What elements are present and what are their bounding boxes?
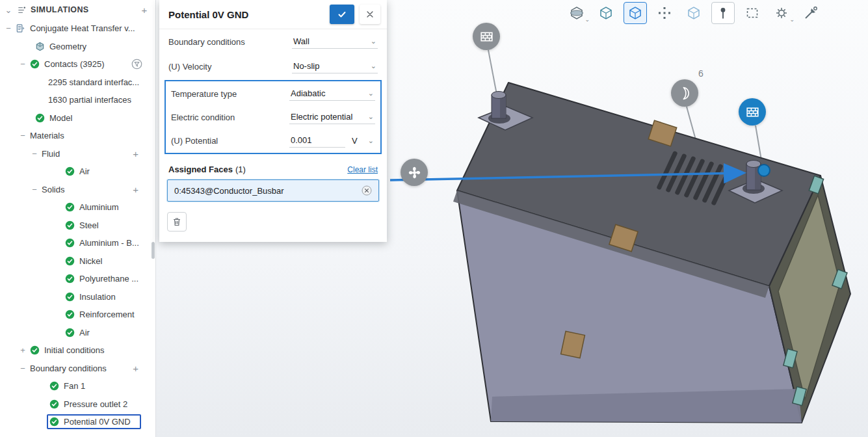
check-circle-icon bbox=[49, 399, 59, 409]
check-circle-icon bbox=[30, 345, 40, 355]
expander-minus-icon[interactable]: − bbox=[4, 24, 13, 33]
add-child-button[interactable]: + bbox=[133, 148, 138, 159]
tree-item-initial-conditions[interactable]: +Initial conditions bbox=[0, 341, 155, 360]
tree-item-air[interactable]: Air bbox=[0, 163, 155, 181]
tree-item-steel[interactable]: Steel bbox=[0, 217, 155, 235]
tree-item-polyurethane[interactable]: Polyurethane ... bbox=[0, 270, 155, 288]
chevron-down-icon: ⌄ bbox=[371, 62, 376, 70]
simulation-tree-panel: ⌄ SIMULATIONS + −Conjugate Heat Transfer… bbox=[0, 0, 156, 437]
setting-label: Boundary conditions bbox=[168, 37, 287, 47]
tree-item-contacts-3925[interactable]: −Contacts (3925) bbox=[0, 55, 155, 73]
tree-item-box: Polyurethane ... bbox=[62, 271, 144, 286]
add-simulation-button[interactable]: + bbox=[140, 5, 149, 15]
tree-item-aluminium-b[interactable]: Aluminium - B... bbox=[0, 234, 155, 252]
setting-row-temperature-type: Temperature typeAdiabatic⌄ bbox=[166, 82, 380, 105]
potential-value-input[interactable] bbox=[291, 135, 344, 145]
tree-item-nickel[interactable]: Nickel bbox=[0, 252, 155, 271]
panel-actions bbox=[159, 203, 387, 233]
check-circle-icon bbox=[35, 113, 45, 123]
tree-item-1630-partial-interfaces[interactable]: 1630 partial interfaces bbox=[0, 91, 155, 109]
selected-boundary-annotation[interactable] bbox=[739, 98, 766, 126]
check-circle-icon bbox=[65, 310, 75, 319]
wall-boundary-annotation[interactable] bbox=[473, 23, 500, 50]
tree-item-label: Initial conditions bbox=[44, 345, 105, 355]
dropdown-electric-condition[interactable]: Electric potential⌄ bbox=[289, 110, 375, 124]
remove-face-button[interactable] bbox=[362, 185, 372, 196]
expander-plus-icon[interactable]: + bbox=[18, 346, 27, 354]
chevron-down-icon[interactable]: ⌄ bbox=[4, 6, 13, 14]
tree-item-label: Fluid bbox=[42, 149, 60, 159]
setting-row-electric-condition: Electric conditionElectric potential⌄ bbox=[166, 105, 380, 129]
tree-header-label: SIMULATIONS bbox=[31, 5, 136, 14]
assigned-faces-header: Assigned Faces (1) Clear list bbox=[159, 158, 387, 178]
expander-minus-icon[interactable]: − bbox=[18, 364, 27, 373]
tree-item-box: Geometry bbox=[33, 39, 92, 54]
delete-assignment-button[interactable] bbox=[167, 212, 187, 232]
tree-item-model[interactable]: Model bbox=[0, 109, 155, 127]
tree-item-2295-standard-interfac[interactable]: 2295 standard interfac... bbox=[0, 73, 155, 92]
box-select-icon[interactable] bbox=[741, 2, 764, 24]
check-circle-icon bbox=[65, 256, 75, 266]
tree-item-boundary-conditions[interactable]: −Boundary conditions+ bbox=[0, 360, 155, 378]
add-child-button[interactable]: + bbox=[133, 184, 138, 195]
tree-item-reinforcement[interactable]: Reinforcement bbox=[0, 306, 155, 324]
tree-item-air[interactable]: Air bbox=[0, 324, 155, 342]
tree-item-label: Insulation bbox=[79, 292, 116, 302]
tree-item-aluminium[interactable]: Aluminium bbox=[0, 198, 155, 217]
measure-tool-icon[interactable] bbox=[799, 2, 822, 24]
setting-row-boundary-conditions: Boundary conditionsWall⌄ bbox=[159, 29, 387, 54]
clear-list-link[interactable]: Clear list bbox=[347, 165, 378, 174]
dropdown-u-velocity[interactable]: No-slip⌄ bbox=[292, 59, 378, 73]
expander-minus-icon[interactable]: − bbox=[18, 131, 27, 140]
dropdown-value: Electric potential bbox=[291, 112, 352, 122]
tree-item-conjugate-heat-transfer-v[interactable]: −Conjugate Heat Transfer v... bbox=[0, 20, 155, 38]
check-circle-icon bbox=[49, 417, 59, 427]
iso-view-cube-icon[interactable] bbox=[624, 2, 647, 24]
dropdown-temperature-type[interactable]: Adiabatic⌄ bbox=[289, 86, 375, 101]
tree-item-label: Boundary conditions bbox=[30, 364, 107, 373]
tree-item-label: Pressure outlet 2 bbox=[64, 399, 127, 409]
filter-icon[interactable] bbox=[131, 59, 142, 70]
tree-item-potential-0v-gnd[interactable]: Potential 0V GND bbox=[0, 413, 155, 431]
expander-minus-icon[interactable]: − bbox=[30, 150, 39, 158]
apply-button[interactable] bbox=[330, 5, 354, 24]
add-child-button[interactable]: + bbox=[133, 363, 138, 374]
tree-item-label: Aluminium bbox=[79, 202, 119, 212]
value-input-field[interactable] bbox=[289, 133, 345, 148]
unit-dropdown[interactable]: V⌄ bbox=[350, 134, 375, 148]
geo-icon bbox=[35, 42, 45, 51]
dropdown-boundary-conditions[interactable]: Wall⌄ bbox=[292, 34, 378, 49]
tree-item-geometry[interactable]: Geometry bbox=[0, 38, 155, 56]
tree-item-pressure-outlet-2[interactable]: Pressure outlet 2 bbox=[0, 395, 155, 414]
solid-view-cube-icon[interactable] bbox=[594, 2, 618, 24]
wireframe-view-cube-icon[interactable] bbox=[682, 2, 705, 24]
fan-boundary-annotation[interactable] bbox=[401, 159, 428, 186]
assigned-face-item[interactable]: 0:45343@Conductor_Busbar bbox=[167, 179, 379, 202]
tree-item-fan-1[interactable]: Fan 1 bbox=[0, 377, 155, 395]
selected-face-marker[interactable] bbox=[758, 165, 770, 176]
tree-item-box: Fan 1 bbox=[47, 378, 90, 393]
move-handles-icon[interactable] bbox=[653, 2, 676, 24]
tree-item-solids[interactable]: −Solids+ bbox=[0, 181, 155, 199]
tree-item-materials[interactable]: −Materials bbox=[0, 127, 155, 145]
mesh-settings-icon[interactable]: ⌄ bbox=[770, 2, 793, 24]
tree-item-box: 2295 standard interfac... bbox=[46, 75, 144, 90]
probe-pin-icon[interactable] bbox=[711, 2, 735, 24]
tree-item-insulation[interactable]: Insulation bbox=[0, 288, 155, 306]
section-view-icon[interactable]: ⌄ bbox=[565, 2, 588, 24]
settings-panel: Potential 0V GND Boundary conditionsWall… bbox=[159, 0, 387, 242]
tree-item-label: Fan 1 bbox=[64, 381, 85, 391]
close-button[interactable] bbox=[360, 5, 380, 24]
tree-item-box: Steel bbox=[62, 218, 104, 233]
expander-minus-icon[interactable]: − bbox=[18, 60, 27, 68]
expander-minus-icon[interactable]: − bbox=[30, 185, 39, 194]
cell-group-annotation[interactable] bbox=[671, 79, 698, 107]
simulation-tree: −Conjugate Heat Transfer v...Geometry−Co… bbox=[0, 20, 155, 431]
battery-module-model[interactable] bbox=[453, 83, 850, 423]
tree-item-box: Model bbox=[33, 111, 77, 126]
tree-item-box: Potential 0V GND bbox=[47, 414, 141, 429]
check-circle-icon bbox=[65, 292, 75, 302]
tree-item-box: Pressure outlet 2 bbox=[47, 397, 133, 412]
sidebar-scrollbar[interactable] bbox=[151, 242, 155, 259]
tree-item-fluid[interactable]: −Fluid+ bbox=[0, 145, 155, 163]
